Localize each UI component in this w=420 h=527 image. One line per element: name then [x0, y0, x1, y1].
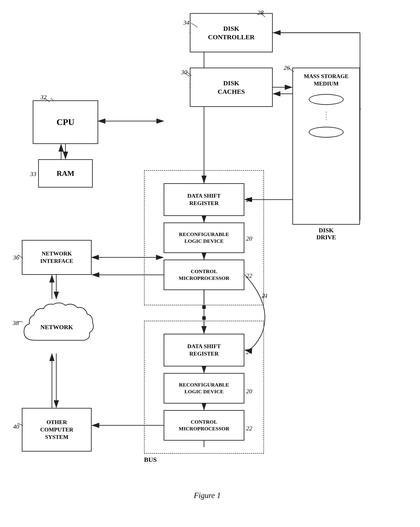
control-micro1-box: CONTROL MICROPROCESSOR [164, 260, 244, 290]
ref-20a: 20 [246, 235, 252, 242]
control-micro1-label: CONTROL MICROPROCESSOR [179, 268, 229, 282]
ref-22b: 22 [246, 425, 252, 432]
ram-label: RAM [56, 169, 74, 178]
network-label: NETWORK [40, 324, 73, 330]
disk-caches-label: DISK CACHES [218, 79, 245, 96]
reconfigurable1-box: RECONFIGURABLE LOGIC DEVICE [164, 222, 244, 253]
ram-box: RAM [38, 159, 93, 187]
disk-controller-box: DISK CONTROLLER [190, 13, 273, 52]
data-shift-reg2-box: DATA SHIFT REGISTER [164, 334, 244, 366]
ref-32: 32 [40, 94, 46, 101]
reconfigurable2-box: RECONFIGURABLE LOGIC DEVICE [164, 373, 244, 404]
control-micro2-box: CONTROL MICROPROCESSOR [164, 410, 244, 441]
ref-36: 36 [13, 254, 19, 261]
ref-26: 26 [284, 64, 290, 71]
ref-24a: 24 [246, 196, 252, 203]
control-micro2-label: CONTROL MICROPROCESSOR [179, 418, 229, 432]
ref-22a: 22 [246, 272, 252, 279]
network-cloud: NETWORK [17, 301, 96, 353]
mass-storage-box: MASS STORAGE MEDIUM [292, 68, 360, 225]
disk-controller-label: DISK CONTROLLER [208, 24, 254, 41]
disk-drive-label: DISKDRIVE [297, 227, 356, 241]
ref-38: 38 [13, 319, 19, 327]
bus-label: BUS [144, 456, 157, 463]
diagram: DISK CONTROLLER CPU DISK CACHES RAM MASS… [0, 0, 420, 527]
figure-label: Figure 1 [153, 491, 262, 500]
network-interface-label: NETWORK INTERFACE [40, 250, 73, 265]
ref-33: 33 [30, 171, 36, 177]
cpu-box: CPU [33, 100, 98, 144]
data-shift-reg2-label: DATA SHIFT REGISTER [188, 343, 221, 358]
disk-caches-box: DISK CACHES [190, 68, 273, 107]
network-interface-box: NETWORK INTERFACE [22, 240, 92, 275]
data-shift-reg1-label: DATA SHIFT REGISTER [188, 192, 221, 207]
mass-storage-label: MASS STORAGE MEDIUM [304, 73, 348, 88]
svg-rect-44 [202, 316, 206, 320]
svg-rect-43 [202, 305, 206, 309]
ref-30: 30 [181, 69, 187, 76]
ref-20b: 20 [246, 388, 252, 395]
ref-24b: 24 [246, 349, 252, 356]
ref-40: 40 [13, 423, 19, 430]
reconfigurable1-label: RECONFIGURABLE LOGIC DEVICE [179, 231, 229, 244]
other-computer-label: OTHER COMPUTER SYSTEM [40, 418, 73, 441]
ref-34: 34 [183, 19, 189, 26]
other-computer-box: OTHER COMPUTER SYSTEM [22, 408, 92, 451]
ref-21: 21 [262, 292, 268, 299]
ref-28: 28 [257, 9, 264, 16]
reconfigurable2-label: RECONFIGURABLE LOGIC DEVICE [179, 382, 229, 395]
data-shift-reg1-box: DATA SHIFT REGISTER [164, 183, 244, 216]
cpu-label: CPU [56, 117, 74, 128]
